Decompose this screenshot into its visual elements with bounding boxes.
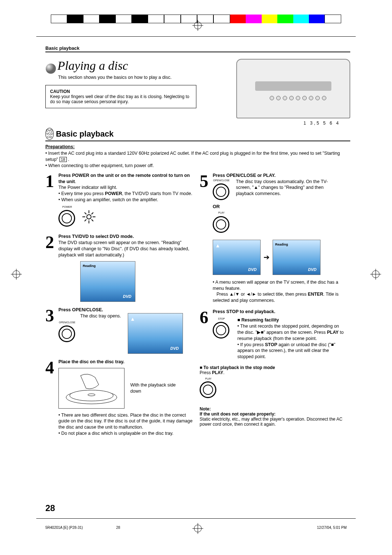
step-number-5: 5	[200, 173, 213, 304]
footer-left: 5R40201A [E] (P28-31)	[45, 526, 83, 530]
svg-line-18	[85, 212, 86, 214]
svg-line-20	[91, 212, 93, 214]
step-4-bullet-2: • Do not place a disc which is unplayabl…	[58, 430, 196, 437]
step-1-title: Press POWER on the unit or on the remote…	[58, 173, 190, 184]
registration-mark-icon	[370, 269, 381, 281]
step-5-body: The disc tray closes automatically. On t…	[236, 179, 338, 197]
step-2-title: Press TV/DVD to select DVD mode.	[58, 234, 134, 239]
crop-mark	[36, 518, 356, 519]
open-close-button-label: OPEN/CLOSE	[58, 321, 76, 324]
step-6-bullet-1: • The unit records the stopped point, de…	[237, 323, 346, 342]
play-button-icon-5	[213, 216, 229, 233]
stop-button-icon	[213, 322, 229, 339]
restart-head: ■ To start playback in the stop mode	[200, 365, 350, 370]
step-4-title: Place the disc on the disc tray.	[58, 359, 124, 364]
stop-button-label: STOP	[213, 317, 230, 320]
step-5-bullet-2: Press ▲/▼ or ◄/► to select title, then p…	[213, 291, 350, 304]
section-header: Basic playback	[45, 45, 350, 51]
or-text: OR	[213, 203, 232, 210]
step-4-side: With the playback side down	[130, 382, 177, 394]
page-number: 28	[45, 503, 55, 513]
step-5-bullet-1: • A menu screen will appear on the TV sc…	[213, 279, 350, 292]
tv-screen-reading-5: Reading DVD	[273, 240, 320, 275]
prep-item-1: • Insert the AC cord plug into a standar…	[45, 150, 350, 163]
step-number-1: 1	[45, 173, 58, 229]
step-number-2: 2	[45, 234, 58, 302]
footer-mid: 28	[116, 526, 120, 530]
tv-screen-eject-5: ▲ DVD	[213, 240, 261, 275]
open-close-button-label-5: OPEN/CLOSE	[213, 179, 230, 182]
registration-mark-icon	[11, 269, 22, 281]
preparations-head: Preparations:	[45, 144, 350, 149]
step-3-body: The disc tray opens.	[80, 313, 121, 319]
page-title: Playing a disc	[57, 59, 128, 72]
play-button-label: PLAY	[200, 377, 217, 380]
crop-mark	[36, 36, 356, 37]
step-number-3: 3	[45, 307, 58, 354]
note-body: Static electricity, etc., may affect the…	[200, 417, 350, 427]
svg-line-21	[85, 219, 86, 221]
device-illustration	[236, 59, 350, 118]
note-head: Note:	[200, 406, 350, 412]
tv-screen-reading: Reading DVD	[80, 261, 135, 302]
step-2-body: The DVD startup screen will appear on th…	[58, 240, 196, 258]
power-button-label: POWER	[58, 205, 76, 208]
play-button-icon	[200, 381, 216, 398]
caution-box: CAUTION Keep your fingers well clear of …	[45, 85, 196, 108]
tv-screen-eject: ▲ DVD	[128, 313, 183, 354]
resuming-head: ■ Resuming facility	[237, 317, 346, 323]
registration-mark-icon	[192, 20, 203, 32]
footer-right: 12/27/04, 5:01 PM	[317, 526, 347, 530]
light-icon	[78, 209, 100, 225]
step-1-bullet-1: • Every time you press POWER, the TV/DVD…	[58, 191, 196, 197]
caution-head: CAUTION	[50, 89, 192, 94]
prep-item-2: • When connecting to other equipment, tu…	[45, 163, 350, 169]
step-number-4: 4	[45, 359, 58, 437]
power-button-icon	[58, 210, 75, 227]
disc-tray-illustration	[58, 368, 124, 409]
restart-body: Press PLAY.	[200, 370, 350, 375]
step-4-bullet-1: • There are two different disc sizes. Pl…	[58, 412, 196, 431]
intro-text: This section shows you the basics on how…	[58, 75, 205, 80]
svg-line-19	[91, 219, 93, 221]
media-type-icons: DVD VCD CD	[45, 128, 54, 140]
caution-body: Keep your fingers well clear of the disc…	[50, 94, 192, 104]
device-button-labels: 1 3,5 5 6 4	[303, 121, 340, 126]
step-6-title: Press STOP to end playback.	[213, 309, 275, 314]
step-1-body: The Power indicator will light.	[58, 185, 196, 191]
step-5-title: Press OPEN/CLOSE or PLAY.	[213, 173, 275, 178]
arrow-right-icon: ➔	[264, 252, 270, 262]
note-sub: If the unit does not operate properly:	[200, 412, 350, 417]
sphere-icon	[45, 63, 56, 74]
svg-point-23	[70, 390, 113, 401]
play-button-label-5: PLAY	[213, 211, 230, 214]
registration-mark-icon	[192, 523, 203, 535]
step-6-bullet-2: • If you press STOP again or unload the …	[237, 342, 346, 360]
step-3-title: Press OPEN/CLOSE.	[58, 307, 103, 312]
svg-point-12	[46, 64, 56, 74]
open-close-button-icon-5	[213, 183, 229, 200]
subsection-title: Basic playback	[56, 129, 114, 139]
open-close-button-icon	[58, 325, 75, 342]
svg-point-13	[87, 215, 91, 219]
step-1-bullet-2: • When using an amplifier, switch on the…	[58, 197, 196, 203]
step-number-6: 6	[200, 309, 213, 360]
